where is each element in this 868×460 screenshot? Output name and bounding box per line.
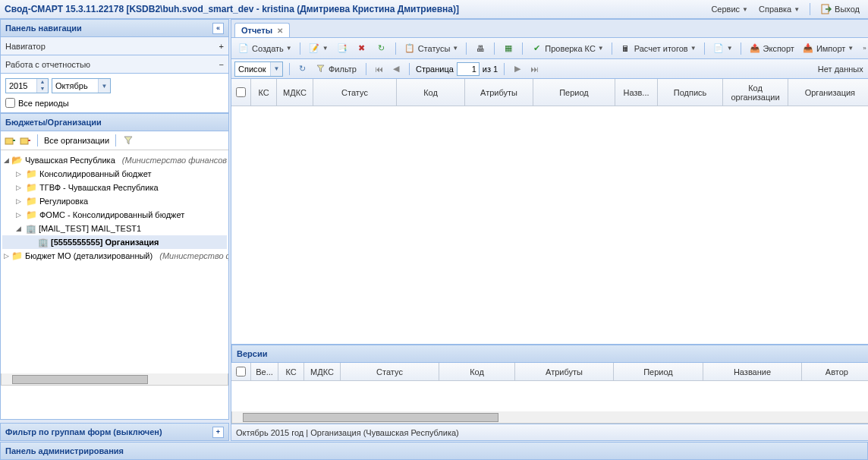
col-ks[interactable]: КС — [278, 363, 304, 380]
next-page-icon[interactable]: ▶ — [511, 62, 524, 76]
col-org-code[interactable]: Код организации — [723, 79, 788, 106]
org-icon: 🏢 — [38, 238, 49, 247]
view-combo[interactable]: ▼ — [234, 61, 283, 77]
tab-bar: Отчеты ✕ — [231, 20, 868, 38]
page-input[interactable] — [457, 62, 480, 76]
col-checkbox[interactable] — [231, 363, 251, 380]
all-periods-label: Все периоды — [18, 99, 69, 108]
refresh-icon[interactable]: ↻ — [296, 63, 308, 75]
main-grid-header: КС МДКС Статус Код Атрибуты Период Назв.… — [231, 79, 868, 106]
tree-node-selected[interactable]: 🏢[5555555555] Организация — [2, 235, 227, 249]
col-checkbox[interactable] — [231, 79, 251, 106]
tree-node-root[interactable]: ▷📁Бюджет МО (детализированный) (Министер… — [2, 249, 227, 263]
print-button[interactable]: 🖶 — [471, 41, 489, 56]
year-spinner[interactable]: ▲▼ — [5, 78, 49, 93]
print-icon: 🖶 — [474, 43, 486, 55]
budgets-header[interactable]: Бюджеты/Организации — [0, 113, 229, 131]
check-ks-button[interactable]: ✔Проверка КС▼ — [527, 41, 606, 56]
spin-up-icon[interactable]: ▲ — [37, 79, 48, 86]
col-code[interactable]: Код — [439, 363, 515, 380]
tree-node[interactable]: ▷📁ТГВФ - Чувашская Республика — [2, 181, 227, 194]
overflow-button[interactable]: » — [860, 43, 868, 53]
col-attrs[interactable]: Атрибуты — [515, 363, 614, 380]
tree-node[interactable]: ▷📁ФОМС - Консолидированный бюджет — [2, 208, 227, 222]
col-org[interactable]: Организация — [788, 79, 868, 106]
refresh-icon: ↻ — [376, 43, 388, 55]
statuses-button[interactable]: 📋Статусы▼ — [401, 41, 462, 56]
calc-button[interactable]: 🖩Расчет итогов▼ — [617, 41, 700, 56]
edit-button[interactable]: 📝▼ — [305, 41, 332, 56]
close-icon[interactable]: ✕ — [277, 27, 283, 35]
tree-node[interactable]: ▷📁Регулировка — [2, 194, 227, 208]
org-tree: ◢📂Чувашская Республика (Министерство фин… — [1, 150, 228, 373]
horizontal-scrollbar[interactable] — [1, 373, 228, 386]
col-period[interactable]: Период — [533, 79, 615, 106]
dropdown-trigger-icon[interactable]: ▼ — [270, 62, 282, 76]
page-toolbar: ▼ ↻ Фильтр ⏮ ◀ Страница из 1 ▶ ⏭ Нет дан… — [231, 59, 868, 79]
help-menu[interactable]: Справка▼ — [755, 3, 804, 15]
tree-node[interactable]: ◢🏢[MAIL_TEST] MAIL_TEST1 — [2, 222, 227, 235]
navigator-header[interactable]: Навигатор + — [0, 37, 229, 55]
year-input[interactable] — [6, 79, 36, 93]
col-mdks[interactable]: МДКС — [304, 363, 341, 380]
import-button[interactable]: 📥Импорт▼ — [799, 41, 857, 56]
folder-icon: 📁 — [11, 250, 23, 261]
tree-node-root[interactable]: ◢📂Чувашская Республика (Министерство фин… — [2, 153, 227, 167]
last-page-icon[interactable]: ⏭ — [527, 62, 541, 76]
copy-button[interactable]: 📑 — [333, 41, 351, 56]
excel-button[interactable]: ▦ — [499, 41, 517, 56]
col-ks[interactable]: КС — [251, 79, 277, 106]
col-mdks[interactable]: МДКС — [277, 79, 313, 106]
reports-section-header[interactable]: Работа с отчетностью − — [0, 55, 229, 74]
service-menu[interactable]: Сервис▼ — [707, 3, 752, 15]
main-grid-body — [231, 106, 868, 344]
col-name[interactable]: Назв... — [615, 79, 658, 106]
nav-panel-header[interactable]: Панель навигации « — [0, 19, 229, 37]
dropdown-trigger-icon[interactable]: ▼ — [98, 79, 110, 93]
col-sign[interactable]: Подпись — [658, 79, 723, 106]
col-name[interactable]: Название — [703, 363, 802, 380]
filter-button[interactable]: Фильтр — [311, 61, 360, 77]
tree-node[interactable]: ▷📁Консолидированный бюджет — [2, 167, 227, 181]
create-button[interactable]: 📄Создать▼ — [234, 41, 295, 56]
col-period[interactable]: Период — [614, 363, 703, 380]
month-input[interactable] — [52, 79, 98, 93]
month-combo[interactable]: ▼ — [52, 78, 111, 93]
excel-icon: ▦ — [502, 43, 514, 55]
nav-panel-title: Панель навигации — [5, 24, 82, 33]
tool-button[interactable]: 📄▼ — [709, 41, 736, 56]
plus-icon[interactable]: + — [212, 427, 224, 438]
col-attrs[interactable]: Атрибуты — [465, 79, 533, 106]
collapse-icon[interactable]: « — [212, 23, 224, 34]
export-button[interactable]: 📤Экспорт — [746, 41, 797, 56]
svg-rect-1 — [5, 138, 13, 144]
filter-funnel-icon[interactable] — [122, 134, 134, 147]
horizontal-scrollbar[interactable] — [231, 411, 868, 424]
admin-panel-header[interactable]: Панель администрирования — [0, 442, 868, 460]
minus-icon[interactable]: − — [219, 60, 224, 69]
plus-icon[interactable]: + — [219, 42, 224, 51]
app-title: Свод-СМАРТ 15.3.11.22178 [KSDB2\buh.svod… — [5, 4, 459, 14]
app-header: Свод-СМАРТ 15.3.11.22178 [KSDB2\buh.svod… — [0, 0, 868, 19]
tree-collapse-icon[interactable] — [19, 134, 31, 147]
tree-expand-icon[interactable] — [4, 134, 16, 147]
main-area: Отчеты ✕ 📄Создать▼ 📝▼ 📑 ✖ ↻ 📋Статусы▼ 🖶 … — [231, 19, 868, 441]
col-status[interactable]: Статус — [313, 79, 397, 106]
tab-reports[interactable]: Отчеты ✕ — [234, 23, 290, 37]
all-periods-checkbox[interactable] — [5, 98, 15, 108]
document-icon: 📄 — [712, 43, 725, 55]
refresh-button[interactable]: ↻ — [373, 41, 391, 56]
col-author[interactable]: Автор — [802, 363, 868, 380]
col-code[interactable]: Код — [397, 79, 465, 106]
all-orgs-button[interactable]: Все организации — [44, 136, 109, 145]
first-page-icon[interactable]: ⏮ — [373, 62, 386, 76]
delete-button[interactable]: ✖ — [353, 41, 371, 56]
versions-header[interactable]: Версии — [231, 345, 868, 363]
prev-page-icon[interactable]: ◀ — [389, 62, 403, 76]
spin-down-icon[interactable]: ▼ — [37, 86, 48, 93]
filter-groups-header[interactable]: Фильтр по группам форм (выключен) + — [0, 423, 229, 441]
exit-button[interactable]: Выход — [816, 2, 863, 17]
folder-icon: 📁 — [26, 182, 37, 193]
col-ver[interactable]: Ве... — [251, 363, 278, 380]
col-status[interactable]: Статус — [341, 363, 439, 380]
